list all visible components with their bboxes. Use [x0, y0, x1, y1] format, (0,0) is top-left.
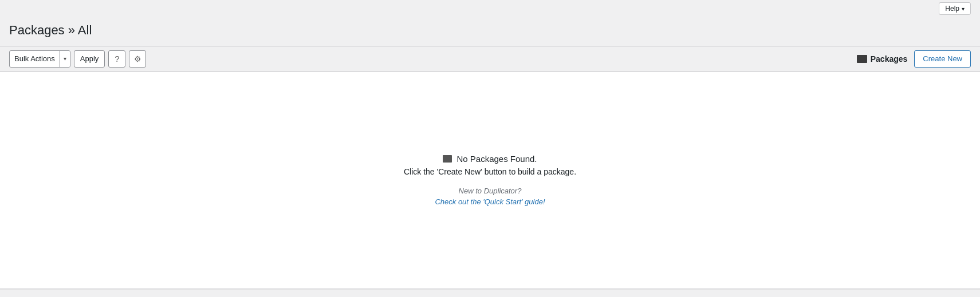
packages-label-group: Packages: [857, 54, 908, 64]
footer-bar: [0, 289, 980, 297]
top-bar: Help ▾: [0, 0, 980, 17]
toolbar-right: Packages Create New: [857, 50, 971, 68]
apply-button[interactable]: Apply: [74, 50, 105, 68]
bulk-actions-label: Bulk Actions: [10, 54, 60, 63]
settings-icon-button[interactable]: ⚙: [129, 50, 146, 68]
quick-start-link[interactable]: Check out the 'Quick Start' guide!: [435, 197, 545, 206]
new-to-duplicator-label: New to Duplicator?: [404, 187, 576, 195]
page-title: Packages » All: [9, 22, 971, 39]
help-label: Help: [945, 5, 959, 13]
help-chevron-icon: ▾: [962, 6, 965, 12]
gear-icon: ⚙: [134, 54, 141, 64]
packages-text: Packages: [871, 54, 908, 64]
page-wrapper: Help ▾ Packages » All Bulk Actions ▾ App…: [0, 0, 980, 297]
empty-package-icon: [443, 155, 452, 163]
question-icon: ?: [115, 54, 119, 64]
page-heading: Packages » All: [0, 17, 980, 46]
toolbar: Bulk Actions ▾ Apply ? ⚙ Packages Create…: [0, 46, 980, 72]
bulk-actions-arrow-icon[interactable]: ▾: [60, 51, 70, 67]
empty-state-subtitle: Click the 'Create New' button to build a…: [404, 167, 576, 176]
empty-state-title: No Packages Found.: [404, 154, 576, 164]
bulk-actions-select[interactable]: Bulk Actions ▾: [9, 50, 70, 68]
packages-icon: [857, 55, 867, 63]
empty-state: No Packages Found. Click the 'Create New…: [392, 131, 588, 229]
create-new-button[interactable]: Create New: [914, 50, 971, 68]
help-button[interactable]: Help ▾: [939, 2, 971, 15]
toolbar-left: Bulk Actions ▾ Apply ? ⚙: [9, 50, 146, 68]
main-content: No Packages Found. Click the 'Create New…: [0, 72, 980, 289]
empty-state-title-text: No Packages Found.: [456, 154, 537, 164]
help-icon-button[interactable]: ?: [108, 50, 125, 68]
